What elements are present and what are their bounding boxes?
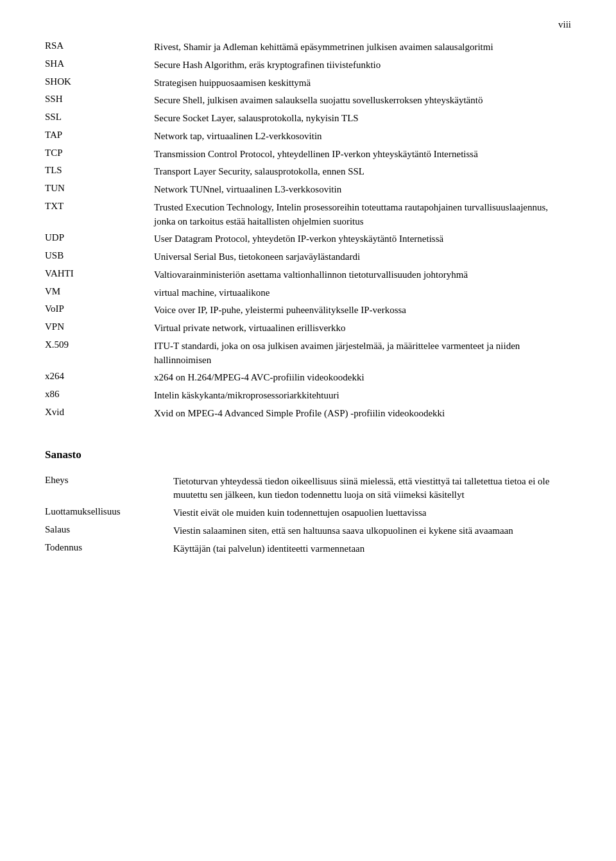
abbreviation-row: VPNVirtual private network, virtuaalinen… — [45, 320, 571, 337]
abbreviation-row: VAHTIValtiovarainministeriön asettama va… — [45, 266, 571, 284]
abbreviation-term: VoIP — [45, 302, 154, 320]
abbreviation-term: RSA — [45, 38, 154, 56]
glossary-term: Luottamuksellisuus — [45, 504, 173, 522]
page-number: viii — [558, 19, 571, 30]
abbreviation-definition: Network tap, virtuaalinen L2-verkkosovit… — [154, 128, 571, 146]
abbreviation-row: TCPTransmission Control Protocol, yhteyd… — [45, 146, 571, 164]
abbreviation-row: x86Intelin käskykanta/mikroprosessoriark… — [45, 387, 571, 405]
abbreviation-row: SSLSecure Socket Layer, salausprotokolla… — [45, 110, 571, 128]
abbreviation-definition: Transmission Control Protocol, yhteydell… — [154, 146, 571, 164]
abbreviation-term: TUN — [45, 181, 154, 199]
abbreviation-definition: Trusted Execution Technology, Intelin pr… — [154, 199, 571, 231]
glossary-definition: Viestin salaaminen siten, että sen haltu… — [173, 522, 571, 540]
abbreviation-term: VAHTI — [45, 266, 154, 284]
abbreviation-row: SHASecure Hash Algorithm, eräs kryptogra… — [45, 56, 571, 74]
abbreviation-row: TUNNetwork TUNnel, virtuaalinen L3-verkk… — [45, 181, 571, 199]
abbreviation-row: RSARivest, Shamir ja Adleman kehittämä e… — [45, 38, 571, 56]
glossary-term: Salaus — [45, 522, 173, 540]
abbreviation-row: XvidXvid on MPEG-4 Advanced Simple Profi… — [45, 405, 571, 423]
abbreviation-row: USBUniversal Serial Bus, tietokoneen sar… — [45, 248, 571, 266]
abbreviation-row: x264x264 on H.264/MPEG-4 AVC-profiilin v… — [45, 369, 571, 387]
glossary-table: EheysTietoturvan yhteydessä tiedon oikee… — [45, 473, 571, 558]
glossary-section: Sanasto EheysTietoturvan yhteydessä tied… — [45, 448, 571, 558]
abbreviation-row: TXTTrusted Execution Technology, Intelin… — [45, 199, 571, 231]
abbreviation-definition: virtual machine, virtuaalikone — [154, 284, 571, 302]
abbreviation-definition: Secure Socket Layer, salausprotokolla, n… — [154, 110, 571, 128]
glossary-term: Todennus — [45, 540, 173, 558]
abbreviation-definition: Voice over IP, IP-puhe, yleistermi puhee… — [154, 302, 571, 320]
abbreviation-row: SHOKStrategisen huippuosaamisen keskitty… — [45, 74, 571, 92]
abbreviation-definition: Xvid on MPEG-4 Advanced Simple Profile (… — [154, 405, 571, 423]
abbreviation-row: VMvirtual machine, virtuaalikone — [45, 284, 571, 302]
abbreviation-term: TCP — [45, 146, 154, 164]
abbreviation-term: x264 — [45, 369, 154, 387]
abbreviation-definition: x264 on H.264/MPEG-4 AVC-profiilin video… — [154, 369, 571, 387]
abbreviation-row: VoIPVoice over IP, IP-puhe, yleistermi p… — [45, 302, 571, 320]
abbreviation-term: TLS — [45, 163, 154, 181]
abbreviation-term: USB — [45, 248, 154, 266]
abbreviation-term: SHA — [45, 56, 154, 74]
abbreviation-definition: Network TUNnel, virtuaalinen L3-verkkoso… — [154, 181, 571, 199]
abbreviation-term: UDP — [45, 230, 154, 248]
abbreviation-term: TXT — [45, 199, 154, 231]
glossary-row: TodennusKäyttäjän (tai palvelun) identit… — [45, 540, 571, 558]
abbreviation-term: VM — [45, 284, 154, 302]
glossary-row: LuottamuksellisuusViestit eivät ole muid… — [45, 504, 571, 522]
abbreviation-definition: Secure Hash Algorithm, eräs kryptografin… — [154, 56, 571, 74]
glossary-term: Eheys — [45, 473, 173, 505]
abbreviation-row: SSHSecure Shell, julkisen avaimen salauk… — [45, 92, 571, 110]
abbreviations-table: RSARivest, Shamir ja Adleman kehittämä e… — [45, 38, 571, 423]
abbreviation-definition: ITU-T standardi, joka on osa julkisen av… — [154, 337, 571, 370]
abbreviation-definition: Intelin käskykanta/mikroprosessoriarkkit… — [154, 387, 571, 405]
abbreviation-term: Xvid — [45, 405, 154, 423]
abbreviation-term: VPN — [45, 320, 154, 337]
abbreviation-definition: Secure Shell, julkisen avaimen salauksel… — [154, 92, 571, 110]
abbreviation-row: TAPNetwork tap, virtuaalinen L2-verkkoso… — [45, 128, 571, 146]
glossary-row: EheysTietoturvan yhteydessä tiedon oikee… — [45, 473, 571, 505]
glossary-title: Sanasto — [45, 448, 571, 461]
abbreviation-term: SSH — [45, 92, 154, 110]
abbreviation-definition: Rivest, Shamir ja Adleman kehittämä epäs… — [154, 38, 571, 56]
abbreviation-term: x86 — [45, 387, 154, 405]
abbreviation-term: TAP — [45, 128, 154, 146]
glossary-definition: Tietoturvan yhteydessä tiedon oikeellisu… — [173, 473, 571, 505]
abbreviation-definition: User Datagram Protocol, yhteydetön IP-ve… — [154, 230, 571, 248]
abbreviation-term: SSL — [45, 110, 154, 128]
glossary-row: SalausViestin salaaminen siten, että sen… — [45, 522, 571, 540]
glossary-definition: Viestit eivät ole muiden kuin todennettu… — [173, 504, 571, 522]
abbreviation-row: TLSTransport Layer Security, salausproto… — [45, 163, 571, 181]
abbreviation-row: UDPUser Datagram Protocol, yhteydetön IP… — [45, 230, 571, 248]
abbreviation-term: X.509 — [45, 337, 154, 370]
abbreviation-definition: Virtual private network, virtuaalinen er… — [154, 320, 571, 337]
abbreviation-definition: Transport Layer Security, salausprotokol… — [154, 163, 571, 181]
abbreviation-definition: Universal Serial Bus, tietokoneen sarjav… — [154, 248, 571, 266]
abbreviation-row: X.509ITU-T standardi, joka on osa julkis… — [45, 337, 571, 370]
glossary-definition: Käyttäjän (tai palvelun) identiteetti va… — [173, 540, 571, 558]
abbreviation-definition: Valtiovarainministeriön asettama valtion… — [154, 266, 571, 284]
abbreviation-term: SHOK — [45, 74, 154, 92]
abbreviation-definition: Strategisen huippuosaamisen keskittymä — [154, 74, 571, 92]
